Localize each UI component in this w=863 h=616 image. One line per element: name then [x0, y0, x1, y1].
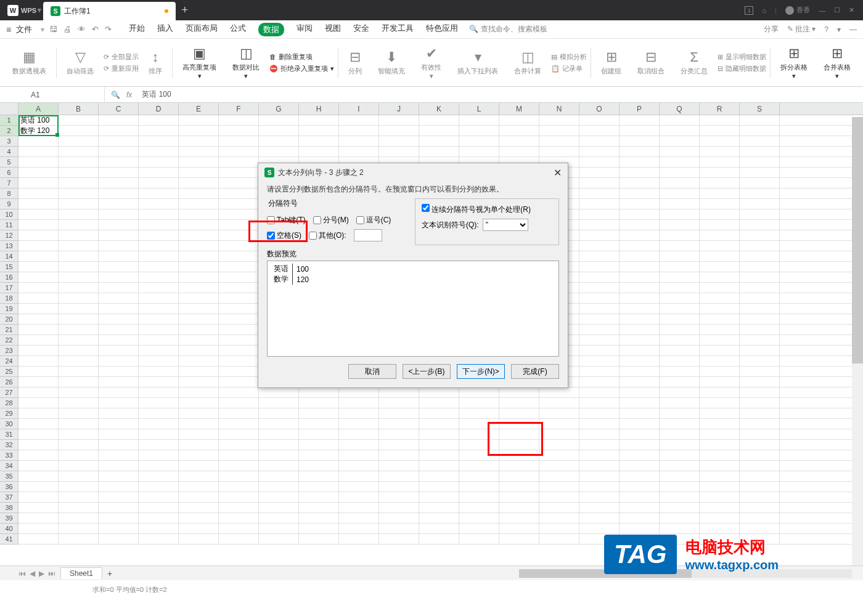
- hide-detail-button[interactable]: ⊟ 隐藏明细数据: [718, 64, 766, 73]
- cell-B29[interactable]: [59, 408, 99, 418]
- cell-F23[interactable]: [219, 346, 259, 355]
- cell-D39[interactable]: [139, 513, 179, 523]
- cell-I41[interactable]: [339, 534, 379, 544]
- cell-H41[interactable]: [299, 534, 339, 544]
- cell-S32[interactable]: [740, 440, 780, 450]
- cell-F33[interactable]: [219, 450, 259, 460]
- cell-Q26[interactable]: [660, 377, 700, 387]
- row-header-41[interactable]: 41: [0, 534, 18, 545]
- cell-D19[interactable]: [139, 304, 179, 314]
- cell-H4[interactable]: [299, 147, 339, 156]
- cell-P16[interactable]: [620, 272, 660, 282]
- row-header-17[interactable]: 17: [0, 283, 18, 293]
- cell-E36[interactable]: [179, 482, 219, 492]
- cell-C30[interactable]: [99, 419, 139, 429]
- cell-R39[interactable]: [700, 513, 740, 523]
- col-header-D[interactable]: D: [139, 103, 179, 115]
- ribbon-tab-8[interactable]: 开发工具: [382, 23, 414, 36]
- cell-D16[interactable]: [139, 272, 179, 282]
- col-header-G[interactable]: G: [259, 103, 299, 115]
- cell-G1[interactable]: [259, 115, 299, 125]
- cell-F12[interactable]: [219, 230, 259, 240]
- row-header-21[interactable]: 21: [0, 325, 18, 335]
- cell-Q30[interactable]: [660, 419, 700, 429]
- cell-J31[interactable]: [379, 429, 419, 439]
- cell-P11[interactable]: [620, 220, 660, 230]
- cell-C39[interactable]: [99, 513, 139, 523]
- cell-P33[interactable]: [620, 450, 660, 460]
- cell-Q34[interactable]: [660, 461, 700, 471]
- cell-B32[interactable]: [59, 440, 99, 450]
- cell-I37[interactable]: [339, 492, 379, 502]
- cell-F24[interactable]: [219, 356, 259, 366]
- cell-M30[interactable]: [499, 419, 539, 429]
- cell-R5[interactable]: [700, 157, 740, 167]
- cell-D29[interactable]: [139, 408, 179, 418]
- prev-sheet-icon[interactable]: ◀: [30, 569, 35, 578]
- cell-C15[interactable]: [99, 262, 139, 272]
- finish-button[interactable]: 完成(F): [511, 364, 559, 379]
- cell-S14[interactable]: [740, 251, 780, 261]
- consecutive-checkbox[interactable]: 连续分隔符号视为单个处理(R): [422, 204, 531, 215]
- smart-fill-button[interactable]: ⬇智能填充: [372, 39, 411, 86]
- cell-F5[interactable]: [219, 157, 259, 167]
- cell-D26[interactable]: [139, 377, 179, 387]
- col-header-F[interactable]: F: [219, 103, 259, 115]
- cell-S23[interactable]: [740, 346, 780, 355]
- cell-C13[interactable]: [99, 241, 139, 251]
- cell-O15[interactable]: [579, 262, 620, 272]
- cell-R31[interactable]: [700, 429, 740, 439]
- cell-P25[interactable]: [620, 367, 660, 376]
- cell-S24[interactable]: [740, 356, 780, 366]
- cell-C17[interactable]: [99, 283, 139, 293]
- cell-R28[interactable]: [700, 398, 740, 408]
- cell-A35[interactable]: [18, 471, 59, 481]
- cell-C28[interactable]: [99, 398, 139, 408]
- row-header-13[interactable]: 13: [0, 241, 18, 251]
- cell-F11[interactable]: [219, 220, 259, 230]
- cell-A16[interactable]: [18, 272, 59, 282]
- cell-R21[interactable]: [700, 325, 740, 334]
- close-button[interactable]: ✕: [849, 6, 854, 14]
- ribbon-tab-6[interactable]: 视图: [325, 23, 341, 36]
- cell-D35[interactable]: [139, 471, 179, 481]
- cell-Q9[interactable]: [660, 199, 700, 209]
- cell-A25[interactable]: [18, 367, 59, 376]
- cell-H30[interactable]: [299, 419, 339, 429]
- cell-M3[interactable]: [499, 136, 539, 146]
- cell-R30[interactable]: [700, 419, 740, 429]
- cell-A20[interactable]: [18, 314, 59, 324]
- cell-B18[interactable]: [59, 293, 99, 303]
- cell-J27[interactable]: [379, 387, 419, 397]
- cell-B15[interactable]: [59, 262, 99, 272]
- cell-Q14[interactable]: [660, 251, 700, 261]
- cell-A38[interactable]: [18, 503, 59, 513]
- col-header-K[interactable]: K: [419, 103, 459, 115]
- cell-F20[interactable]: [219, 314, 259, 324]
- cell-H3[interactable]: [299, 136, 339, 146]
- cell-G35[interactable]: [259, 471, 299, 481]
- cell-B35[interactable]: [59, 471, 99, 481]
- cell-L2[interactable]: [459, 126, 499, 136]
- cell-A2[interactable]: 数学 120: [18, 126, 59, 136]
- row-header-18[interactable]: 18: [0, 293, 18, 304]
- sheet-tab[interactable]: Sheet1: [60, 567, 102, 579]
- cell-F1[interactable]: [219, 115, 259, 125]
- cell-L38[interactable]: [459, 503, 499, 513]
- cell-I1[interactable]: [339, 115, 379, 125]
- cell-H28[interactable]: [299, 398, 339, 408]
- cell-D18[interactable]: [139, 293, 179, 303]
- col-header-H[interactable]: H: [299, 103, 339, 115]
- cell-C41[interactable]: [99, 534, 139, 544]
- cell-D14[interactable]: [139, 251, 179, 261]
- cell-R8[interactable]: [700, 188, 740, 198]
- cell-N3[interactable]: [539, 136, 579, 146]
- row-header-30[interactable]: 30: [0, 419, 18, 429]
- cell-B13[interactable]: [59, 241, 99, 251]
- cell-F19[interactable]: [219, 304, 259, 314]
- cell-O32[interactable]: [579, 440, 620, 450]
- cell-E2[interactable]: [179, 126, 219, 136]
- cell-E24[interactable]: [179, 356, 219, 366]
- cell-C1[interactable]: [99, 115, 139, 125]
- cell-S7[interactable]: [740, 178, 780, 188]
